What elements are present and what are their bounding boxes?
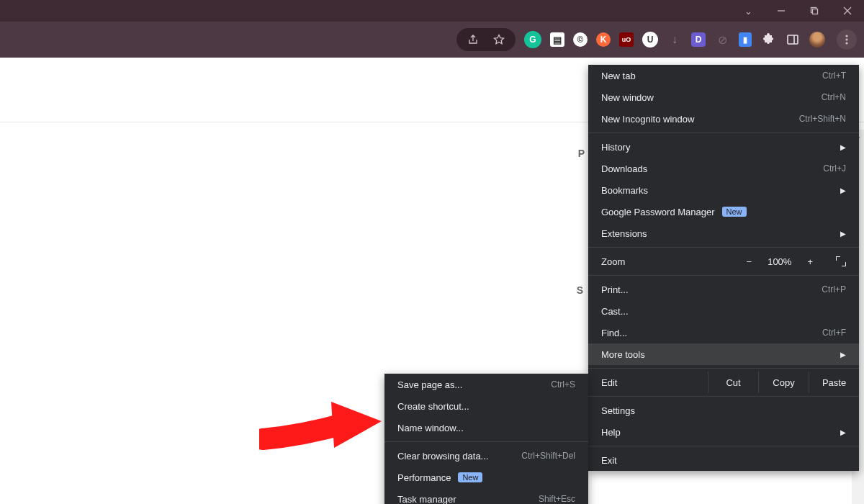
- menu-label: Create shortcut...: [397, 401, 469, 412]
- menu-shortcut: Ctrl+Shift+N: [799, 114, 846, 124]
- extension-copyright-icon[interactable]: ©: [573, 32, 588, 47]
- menu-item-password-manager[interactable]: Google Password ManagerNew: [588, 201, 859, 222]
- zoom-in-button[interactable]: +: [807, 256, 813, 267]
- menu-separator: [588, 247, 859, 248]
- menu-shortcut: Ctrl+Shift+Del: [521, 451, 575, 461]
- edit-paste-button[interactable]: Paste: [809, 372, 859, 393]
- submenu-arrow-icon: ▶: [840, 351, 846, 359]
- menu-label: Print...: [601, 284, 629, 295]
- menu-shortcut: Ctrl+J: [823, 163, 846, 174]
- titlebar-chevron-down-icon[interactable]: ⌄: [732, 0, 765, 22]
- menu-label: Bookmarks: [601, 185, 648, 196]
- submenu-arrow-icon: ▶: [840, 186, 846, 194]
- submenu-arrow-icon: ▶: [840, 428, 846, 436]
- menu-label: Zoom: [601, 256, 625, 267]
- menu-item-cast[interactable]: Cast...: [588, 300, 859, 322]
- submenu-item-clear-browsing-data[interactable]: Clear browsing data... Ctrl+Shift+Del: [384, 445, 588, 467]
- menu-item-new-incognito[interactable]: New Incognito window Ctrl+Shift+N: [588, 108, 859, 130]
- submenu-item-name-window[interactable]: Name window...: [384, 417, 588, 438]
- menu-item-new-window[interactable]: New window Ctrl+N: [588, 86, 859, 108]
- menu-separator: [384, 441, 588, 442]
- submenu-item-create-shortcut[interactable]: Create shortcut...: [384, 395, 588, 417]
- address-bar-actions: [456, 28, 516, 51]
- extension-disabled-icon[interactable]: ⊘: [714, 32, 730, 48]
- menu-label: New tab: [601, 71, 636, 81]
- extension-grammarly-icon[interactable]: G: [524, 31, 541, 48]
- menu-shortcut: Ctrl+N: [822, 92, 846, 102]
- svg-rect-2: [813, 9, 818, 14]
- menu-item-zoom: Zoom − 100% +: [588, 251, 859, 272]
- menu-item-history[interactable]: History ▶: [588, 136, 859, 158]
- submenu-item-task-manager[interactable]: Task manager Shift+Esc: [384, 488, 588, 504]
- menu-item-more-tools[interactable]: More tools ▶: [588, 343, 859, 365]
- menu-label: History: [601, 142, 630, 153]
- extension-reader-icon[interactable]: ▤: [550, 32, 564, 47]
- menu-shortcut: Ctrl+P: [822, 284, 846, 294]
- fullscreen-icon[interactable]: [836, 256, 846, 266]
- svg-point-8: [845, 38, 847, 40]
- page-text-fragment: S: [577, 284, 583, 296]
- menu-label: Edit: [588, 377, 708, 388]
- menu-item-print[interactable]: Print... Ctrl+P: [588, 279, 859, 300]
- edit-copy-button[interactable]: Copy: [758, 372, 809, 393]
- download-icon[interactable]: ↓: [667, 32, 683, 48]
- extension-ublock-icon[interactable]: uO: [619, 32, 634, 47]
- edit-cut-button[interactable]: Cut: [708, 372, 758, 393]
- menu-item-downloads[interactable]: Downloads Ctrl+J: [588, 158, 859, 179]
- more-tools-submenu: Save page as... Ctrl+S Create shortcut..…: [384, 374, 588, 504]
- side-panel-icon[interactable]: [785, 32, 801, 48]
- menu-label: Task manager: [397, 494, 456, 505]
- page-text-fragment: P: [578, 148, 585, 159]
- submenu-item-performance[interactable]: PerformanceNew: [384, 467, 588, 488]
- menu-label: New window: [601, 92, 654, 103]
- menu-label: Find...: [601, 328, 627, 338]
- close-button[interactable]: [831, 0, 864, 22]
- extension-docs-icon[interactable]: ▮: [739, 32, 752, 47]
- new-badge: New: [458, 472, 482, 482]
- browser-toolbar: G ▤ © K uO U ↓ D ⊘ ▮: [0, 22, 864, 58]
- menu-separator: [588, 132, 859, 133]
- star-icon[interactable]: [491, 32, 507, 48]
- menu-separator: [588, 446, 859, 446]
- window-titlebar: ⌄: [0, 0, 864, 22]
- menu-label: Extensions: [601, 228, 647, 239]
- extension-u-icon[interactable]: U: [642, 32, 658, 48]
- menu-label: Help: [601, 427, 621, 438]
- menu-item-find[interactable]: Find... Ctrl+F: [588, 322, 859, 343]
- extension-krisp-icon[interactable]: K: [596, 32, 611, 47]
- menu-shortcut: Ctrl+T: [822, 71, 846, 81]
- submenu-item-save-page[interactable]: Save page as... Ctrl+S: [384, 374, 588, 395]
- menu-item-edit-row: Edit Cut Copy Paste: [588, 372, 859, 393]
- maximize-button[interactable]: [798, 0, 831, 22]
- chrome-menu-button[interactable]: [837, 30, 857, 50]
- menu-label: Google Password ManagerNew: [601, 207, 747, 217]
- minimize-button[interactable]: [765, 0, 798, 22]
- menu-label: Downloads: [601, 163, 647, 174]
- menu-item-exit[interactable]: Exit: [588, 449, 859, 471]
- share-icon[interactable]: [465, 32, 481, 48]
- extensions-puzzle-icon[interactable]: [760, 32, 776, 48]
- zoom-controls: − 100% +: [747, 256, 846, 267]
- menu-label: Cast...: [601, 306, 629, 317]
- zoom-value: 100%: [768, 256, 791, 267]
- zoom-out-button[interactable]: −: [747, 256, 752, 267]
- annotation-arrow-icon: [259, 389, 389, 454]
- menu-separator: [588, 275, 859, 276]
- menu-label: PerformanceNew: [397, 472, 482, 483]
- menu-label: Exit: [601, 455, 617, 466]
- menu-shortcut: Ctrl+S: [551, 379, 575, 390]
- extensions-row: G ▤ © K uO U ↓ D ⊘ ▮: [524, 30, 857, 50]
- submenu-arrow-icon: ▶: [840, 230, 846, 238]
- extension-d-icon[interactable]: D: [691, 32, 706, 47]
- menu-separator: [588, 368, 859, 369]
- menu-item-bookmarks[interactable]: Bookmarks ▶: [588, 179, 859, 201]
- submenu-arrow-icon: ▶: [840, 143, 846, 151]
- profile-avatar[interactable]: [809, 32, 825, 48]
- menu-item-extensions[interactable]: Extensions ▶: [588, 222, 859, 244]
- svg-point-7: [845, 35, 847, 37]
- menu-item-settings[interactable]: Settings: [588, 400, 859, 421]
- menu-label: Save page as...: [397, 379, 462, 390]
- chrome-main-menu: New tab Ctrl+T New window Ctrl+N New Inc…: [588, 65, 859, 471]
- menu-item-new-tab[interactable]: New tab Ctrl+T: [588, 65, 859, 86]
- menu-item-help[interactable]: Help ▶: [588, 421, 859, 443]
